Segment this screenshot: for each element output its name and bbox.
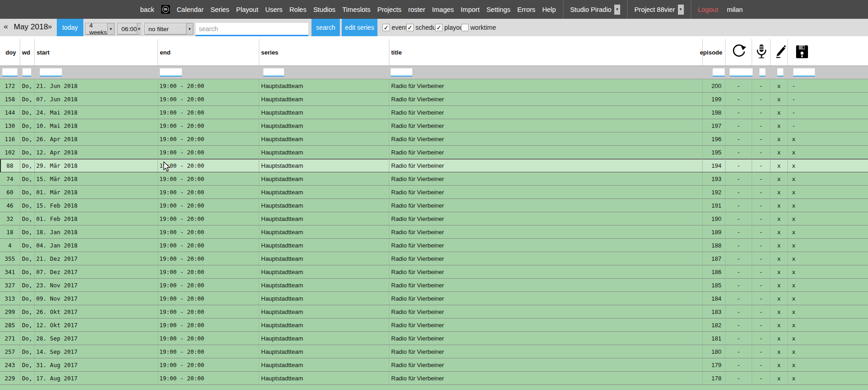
filter-input-mic[interactable] (759, 68, 765, 77)
filter-select-value: no filter (145, 26, 186, 33)
column-header-microphone-icon[interactable] (752, 39, 770, 66)
cell-rerun: - (725, 358, 752, 371)
events-checkbox[interactable]: ✓ (382, 24, 390, 31)
filter-input-edit[interactable] (777, 68, 783, 77)
filter-input-save[interactable] (793, 68, 815, 77)
filter-select[interactable]: no filter ▼ (144, 23, 193, 35)
table-row[interactable]: 285Do,12. Okt 201719:00 - 20:00Hauptstad… (0, 319, 868, 332)
cell-series: Hauptstadtteam (259, 79, 389, 92)
nav-item-images[interactable]: Images (432, 6, 454, 13)
filter-input-start[interactable] (40, 68, 62, 77)
table-row[interactable]: 341Do,07. Dez 201719:00 - 20:00Hauptstad… (0, 265, 868, 279)
cell-save: - (787, 106, 868, 119)
filter-input-wd[interactable] (22, 68, 31, 77)
cell-series: Hauptstadtteam (259, 265, 389, 278)
chevron-down-icon[interactable]: ▼ (137, 23, 141, 34)
search-input[interactable] (196, 23, 311, 35)
cell-end: 19:00 - 20:00 (158, 212, 259, 225)
column-header-wd[interactable]: wd (20, 39, 34, 66)
cell-edit: x (770, 79, 787, 92)
table-row[interactable]: 74Do,15. Mär 201819:00 - 20:00Hauptstadt… (0, 172, 868, 186)
nav-item-playout[interactable]: Playout (236, 6, 258, 13)
cell-rerun: - (725, 172, 752, 185)
column-header-episode[interactable]: episode (702, 39, 725, 66)
table-row[interactable]: 88Do,29. Mär 201819:00 - 20:00Hauptstadt… (0, 159, 868, 172)
table-row[interactable]: 257Do,14. Sep 201719:00 - 20:00Hauptstad… (0, 345, 868, 358)
column-header-pencil-icon[interactable] (770, 39, 787, 66)
cell-weekday: Do, (20, 305, 34, 318)
filter-input-series[interactable] (263, 68, 284, 77)
project-select-value: Project 88vier (634, 6, 675, 13)
filter-input-rerun[interactable] (730, 68, 753, 77)
column-header-save-icon[interactable] (787, 39, 868, 66)
cell-end: 19:00 - 20:00 (158, 79, 259, 92)
table-row[interactable]: 158Do,07. Jun 201819:00 - 20:00Hauptstad… (0, 93, 868, 106)
table-row[interactable]: 299Do,26. Okt 201719:00 - 20:00Hauptstad… (0, 305, 868, 319)
table-row[interactable]: 355Do,21. Dez 201719:00 - 20:00Hauptstad… (0, 252, 868, 265)
cell-series: Hauptstadtteam (259, 159, 389, 172)
nav-item-roles[interactable]: Roles (289, 6, 306, 13)
cell-title: Radio für Vierbeiner (389, 265, 702, 278)
table-row[interactable]: 271Do,28. Sep 201719:00 - 20:00Hauptstad… (0, 332, 868, 345)
chevron-down-icon[interactable]: ▼ (186, 23, 193, 34)
table-row[interactable]: 32Do,01. Feb 201819:00 - 20:00Hauptstadt… (0, 212, 868, 225)
table-row[interactable]: 172Do,21. Jun 201819:00 - 20:00Hauptstad… (0, 79, 868, 93)
nav-item-settings[interactable]: Settings (486, 6, 510, 13)
next-month-button[interactable]: » (48, 22, 52, 31)
logout-link[interactable]: Logout (698, 6, 718, 13)
nav-item-calendar[interactable]: Calendar (177, 6, 204, 13)
nav-item-errors[interactable]: Errors (517, 6, 535, 13)
nav-item-projects[interactable]: Projects (377, 6, 401, 13)
edit-series-button[interactable]: edit series (342, 19, 377, 36)
search-input-wrap (196, 23, 308, 36)
column-header-rerun-icon[interactable] (725, 39, 752, 66)
schedule-checkbox[interactable]: ✓ (406, 24, 414, 31)
nav-item-help[interactable]: Help (542, 6, 556, 13)
nav-item-roster[interactable]: roster (408, 6, 425, 13)
app-logo-icon[interactable]: m (161, 5, 170, 14)
filter-input-title[interactable] (391, 68, 412, 77)
playout-checkbox[interactable]: ✓ (435, 24, 442, 31)
nav-separator (691, 0, 691, 19)
nav-item-series[interactable]: Series (210, 6, 229, 13)
search-button[interactable]: search (311, 19, 340, 36)
today-button[interactable]: today (57, 19, 83, 36)
nav-item-back[interactable]: back (140, 6, 154, 13)
cell-start: 07. Jun 2018 (34, 93, 158, 105)
table-row[interactable]: 102Do,12. Apr 201819:00 - 20:00Hauptstad… (0, 146, 868, 159)
filter-input-episode[interactable] (713, 68, 725, 77)
chevron-down-icon[interactable]: ▼ (107, 23, 114, 34)
column-header-end[interactable]: end (158, 39, 259, 66)
table-row[interactable]: 229Do,17. Aug 201719:00 - 20:00Hauptstad… (0, 372, 868, 385)
column-header-doy[interactable]: doy (0, 39, 20, 66)
table-row[interactable]: 313Do,09. Nov 201719:00 - 20:00Hauptstad… (0, 292, 868, 305)
studio-select[interactable]: Studio Piradio ▼ (570, 5, 620, 15)
range-select[interactable]: 4 weeks ▼ (85, 23, 115, 35)
table-row[interactable]: 18Do,18. Jan 201819:00 - 20:00Hauptstadt… (0, 225, 868, 239)
nav-item-timeslots[interactable]: Timeslots (342, 6, 371, 13)
table-row[interactable]: 4Do,04. Jan 201819:00 - 20:00Hauptstadtt… (0, 239, 868, 252)
table-row[interactable]: 116Do,26. Apr 201819:00 - 20:00Hauptstad… (0, 132, 868, 146)
filter-input-end[interactable] (160, 68, 182, 77)
time-select[interactable]: 06:00 ▼ (117, 23, 141, 35)
table-row[interactable]: 130Do,10. Mai 201819:00 - 20:00Hauptstad… (0, 119, 868, 132)
column-header-title[interactable]: title (389, 39, 702, 66)
column-header-series[interactable]: series (259, 39, 389, 66)
column-header-start[interactable]: start (34, 39, 158, 66)
chevron-down-icon[interactable]: ▼ (678, 5, 684, 15)
table-row[interactable]: 46Do,15. Feb 201819:00 - 20:00Hauptstadt… (0, 199, 868, 212)
table-row[interactable]: 60Do,01. Mär 201819:00 - 20:00Hauptstadt… (0, 186, 868, 199)
prev-month-button[interactable]: « (4, 22, 8, 31)
chevron-down-icon[interactable]: ▼ (614, 5, 620, 15)
table-row[interactable]: 144Do,24. Mai 201819:00 - 20:00Hauptstad… (0, 106, 868, 119)
worktime-checkbox[interactable] (461, 24, 469, 31)
project-select[interactable]: Project 88vier ▼ (634, 5, 684, 15)
table-row[interactable]: 327Do,23. Nov 201719:00 - 20:00Hauptstad… (0, 279, 868, 292)
nav-item-import[interactable]: Import (461, 6, 480, 13)
cell-start: 12. Apr 2018 (34, 146, 158, 159)
nav-item-users[interactable]: Users (265, 6, 283, 13)
table-row[interactable]: 243Do,31. Aug 201719:00 - 20:00Hauptstad… (0, 358, 868, 372)
nav-item-studios[interactable]: Studios (313, 6, 335, 13)
filter-input-doy[interactable] (2, 68, 17, 77)
cell-title: Radio für Vierbeiner (389, 305, 702, 318)
